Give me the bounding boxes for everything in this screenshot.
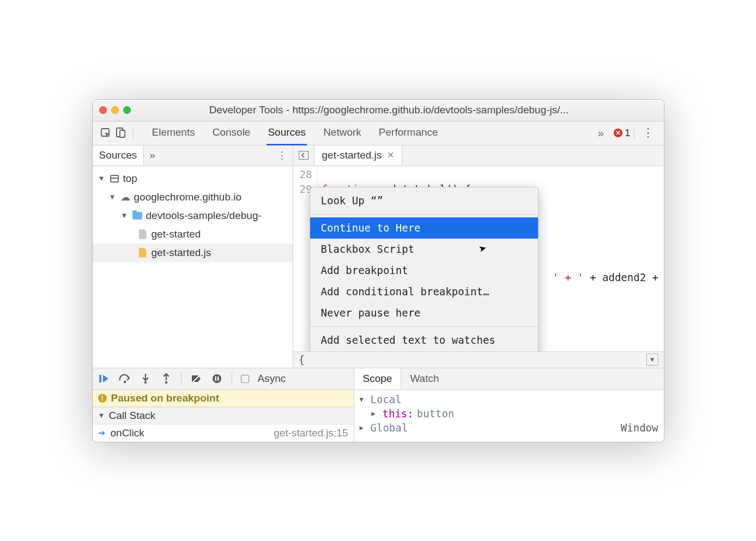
sidebar-menu-button[interactable]: ⋮ [271,149,293,162]
frame-function: onClick [111,427,144,439]
resume-button[interactable] [98,374,110,384]
footer-brace: { [299,354,305,366]
divider [181,373,182,385]
global-type: Window [621,422,658,434]
ctx-add-conditional-breakpoint[interactable]: Add conditional breakpoint… [310,281,538,302]
tab-watch[interactable]: Watch [401,368,447,390]
scope-tabstrip: Scope Watch [354,368,664,390]
file-tab-label: get-started.js [322,149,382,161]
divider [232,373,232,385]
toggle-navigator-button[interactable] [293,145,315,166]
toggle-device-toolbar-icon[interactable] [113,125,129,141]
svg-rect-3 [299,151,309,160]
tree-label: googlechrome.github.io [134,191,242,203]
tree-node-folder[interactable]: ▼ devtools-samples/debug- [93,206,293,225]
file-tree: ▼ top ▼ ☁ googlechrome.github.io ▼ devto… [93,166,293,265]
divider [310,214,538,215]
divider [133,126,134,139]
svg-point-5 [123,381,125,383]
tree-node-domain[interactable]: ▼ ☁ googlechrome.github.io [93,188,293,206]
close-tab-icon[interactable]: ✕ [387,150,394,160]
tab-sources[interactable]: Sources [267,121,307,145]
paused-message: Paused on breakpoint [111,392,219,404]
tree-label: devtools-samples/debug- [146,210,262,222]
disclosure-triangle-icon: ▶ [372,410,379,417]
settings-menu-button[interactable]: ⋮ [638,126,658,140]
svg-rect-2 [120,130,125,137]
callstack-header[interactable]: ▼ Call Stack [93,407,354,424]
scope-this[interactable]: ▶ this: button [360,406,658,421]
sidebar-header: Sources » ⋮ [93,145,293,166]
current-frame-icon: ➔ [98,428,105,438]
svg-rect-13 [217,376,219,381]
step-out-button[interactable] [160,373,172,384]
code-area[interactable]: 28 29 function updateLabel() { var adden… [293,166,664,351]
code-editor: get-started.js ✕ 28 29 function updateLa… [293,145,664,368]
svg-point-11 [213,374,221,383]
line-number: 28 [297,167,312,182]
editor-context-menu: Look Up “” Continue to Here Blackbox Scr… [310,187,539,351]
sidebar-more-tabs[interactable]: » [144,149,161,161]
debugger-right-panel: Scope Watch ▼ Local ▶ this: button ▶ Glo… [354,368,664,442]
navigator-sidebar: Sources » ⋮ ▼ top ▼ ☁ googlechrome.githu… [93,145,293,368]
scope-body: ▼ Local ▶ this: button ▶ Global Window [354,390,664,437]
pause-on-exceptions-button[interactable] [211,374,223,384]
disclosure-triangle-icon: ▶ [360,424,367,431]
scope-global[interactable]: ▶ Global Window [360,421,658,435]
file-icon [137,229,148,239]
async-label: Async [258,373,286,385]
scope-local[interactable]: ▼ Local [360,392,658,406]
divider [634,126,634,139]
ctx-add-to-watches[interactable]: Add selected text to watches [310,330,538,351]
tree-label: top [123,173,137,185]
more-tabs-button[interactable]: » [592,127,609,139]
tree-node-top[interactable]: ▼ top [93,169,293,188]
editor-tabstrip: get-started.js ✕ [293,145,664,166]
warning-icon: ! [98,394,107,403]
tab-network[interactable]: Network [322,121,362,145]
step-over-button[interactable] [119,374,131,384]
ctx-continue-to-here[interactable]: Continue to Here [310,217,538,239]
sources-content: Sources » ⋮ ▼ top ▼ ☁ googlechrome.githu… [93,145,664,368]
disclosure-triangle-icon: ▼ [360,396,367,403]
frame-icon [109,175,120,183]
inspect-element-icon[interactable] [98,125,113,141]
editor-file-tab[interactable]: get-started.js ✕ [315,145,403,165]
devtools-window: Developer Tools - https://googlechrome.g… [92,99,664,442]
tab-console[interactable]: Console [211,121,252,145]
error-count: 1 [625,127,631,139]
footer-dropdown-icon[interactable]: ▼ [646,354,658,366]
tree-node-file[interactable]: get-started [93,225,293,244]
titlebar: Developer Tools - https://googlechrome.g… [93,100,664,121]
disclosure-triangle-icon: ▼ [109,193,117,201]
error-icon: ✕ [614,129,622,137]
ctx-add-breakpoint[interactable]: Add breakpoint [310,260,538,281]
error-count-badge[interactable]: ✕ 1 [614,127,631,139]
svg-rect-4 [99,375,101,382]
window-title: Developer Tools - https://googlechrome.g… [93,104,664,116]
disclosure-triangle-icon: ▼ [121,211,129,220]
ctx-never-pause-here[interactable]: Never pause here [310,302,538,324]
editor-footer: { ▼ [293,351,664,368]
js-file-icon [137,248,148,258]
step-into-button[interactable] [140,373,152,384]
frame-location: get-started.js:15 [274,427,348,439]
scope-label: Local [371,393,402,405]
ctx-lookup[interactable]: Look Up “” [310,190,538,211]
callstack-frame[interactable]: ➔ onClick get-started.js:15 [93,424,354,442]
tree-node-file-selected[interactable]: get-started.js [93,244,293,262]
callstack-title: Call Stack [109,410,156,422]
svg-point-9 [165,381,167,384]
sidebar-tab-sources[interactable]: Sources [93,145,144,165]
debug-toolbar: Async [93,368,354,390]
tree-label: get-started [152,228,201,240]
tab-performance[interactable]: Performance [378,121,439,145]
svg-point-7 [144,381,146,384]
tab-elements[interactable]: Elements [151,121,196,145]
async-checkbox[interactable] [241,375,249,383]
paused-status-bar: ! Paused on breakpoint [93,390,354,407]
tab-scope[interactable]: Scope [354,368,402,390]
deactivate-breakpoints-button[interactable] [190,374,202,384]
disclosure-triangle-icon: ▼ [98,411,106,420]
ctx-blackbox-script[interactable]: Blackbox Script [310,239,538,260]
